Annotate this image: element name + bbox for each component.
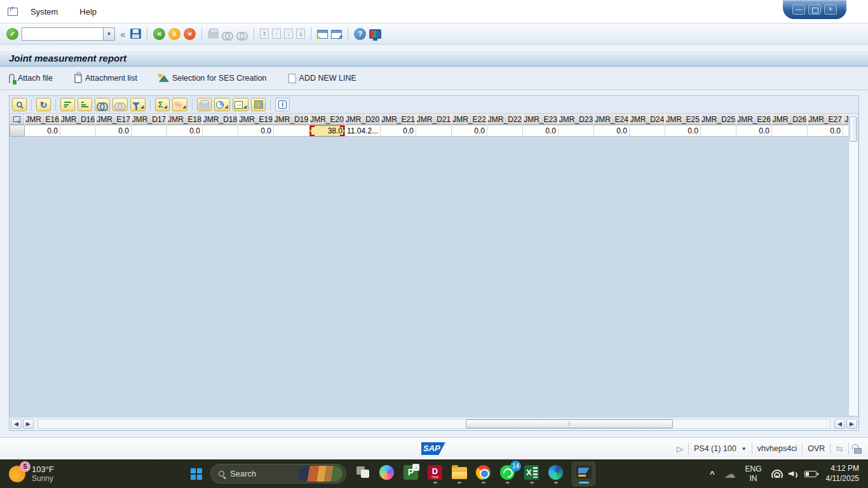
tray-chevron-icon[interactable]: ^ [710, 469, 715, 478]
details-button[interactable] [12, 98, 27, 111]
grid-cell[interactable]: 0.0 [736, 125, 772, 137]
enter-icon[interactable]: ✓ [6, 28, 18, 40]
column-header[interactable]: JMR_D16 [60, 114, 96, 125]
grid-cell[interactable]: 11.04.2... [345, 125, 381, 137]
scroll-right-icon[interactable]: ▶ [846, 419, 857, 429]
grid-cell[interactable] [416, 125, 452, 137]
grid-cell[interactable] [132, 125, 167, 137]
find-next-icon[interactable] [236, 32, 248, 39]
command-field[interactable] [22, 27, 103, 41]
column-header[interactable]: JMR_D18 [203, 114, 238, 125]
system-session-label[interactable]: PS4 (1) 100 [694, 444, 736, 453]
taskbar-item-file-explorer[interactable] [451, 464, 467, 484]
grid-cell[interactable]: 0.0 [594, 125, 630, 137]
grid-cell[interactable]: 0.0 [452, 125, 487, 137]
grid-cell[interactable] [60, 125, 96, 137]
minimize-button[interactable]: — [792, 4, 805, 15]
column-header[interactable]: JMR_D17 [132, 114, 167, 125]
grid-cell[interactable]: 0.0 [238, 125, 274, 137]
grid-cell-selected[interactable]: 38.0 [309, 125, 345, 137]
scroll-left-icon[interactable]: ◀ [834, 419, 845, 429]
select-all-cell[interactable] [10, 114, 25, 125]
sort-descending-button[interactable] [78, 98, 92, 111]
column-header[interactable]: JMR_D21 [416, 114, 452, 125]
print-button[interactable] [197, 98, 212, 111]
add-new-line-button[interactable]: ADD NEW LINE [288, 74, 356, 83]
grid-cell[interactable]: 0.0 [523, 125, 559, 137]
column-header[interactable]: JMR_D20 [345, 114, 381, 125]
info-button[interactable]: i [275, 98, 290, 111]
find-next-button[interactable] [112, 98, 128, 111]
language-indicator[interactable]: ENG IN [745, 464, 761, 484]
filter-button[interactable]: ◢ [130, 98, 146, 111]
create-shortcut-icon[interactable] [331, 30, 342, 39]
grid-cell[interactable] [701, 125, 736, 137]
grid-cell[interactable] [203, 125, 238, 137]
column-header[interactable]: JMR_E16 [25, 114, 60, 125]
scroll-left-icon[interactable]: ◀ [11, 419, 22, 429]
start-button[interactable] [191, 468, 202, 480]
page-down-icon[interactable]: ↓ [284, 29, 293, 39]
help-icon[interactable]: ? [354, 28, 366, 40]
horizontal-scrollbar[interactable] [37, 419, 831, 429]
column-header[interactable]: JMR_E18 [167, 114, 203, 125]
column-header[interactable]: JMR_E22 [452, 114, 487, 125]
column-header[interactable]: JMR_D22 [487, 114, 523, 125]
menu-system[interactable]: System [28, 6, 60, 18]
column-header[interactable]: JMR_E20 [309, 114, 345, 125]
sort-ascending-button[interactable] [60, 98, 75, 111]
taskbar-item-edge[interactable] [548, 464, 564, 484]
horizontal-scrollbar-thumb[interactable] [466, 419, 673, 428]
exit-icon[interactable]: ∧ [168, 28, 180, 40]
column-header[interactable]: JMR_D26 [772, 114, 808, 125]
customize-layout-icon[interactable] [369, 29, 381, 39]
grid-cell[interactable] [559, 125, 594, 137]
attachment-list-button[interactable]: Attachment list [74, 74, 137, 83]
collapse-toolbar-icon[interactable]: « [120, 29, 125, 39]
print-icon[interactable] [208, 30, 219, 39]
system-dropdown-icon[interactable]: ▼ [742, 446, 747, 452]
tray-status-icons[interactable] [771, 470, 817, 478]
column-header[interactable]: JMR_D19 [274, 114, 309, 125]
grid-cell[interactable]: 0.0 [167, 125, 203, 137]
column-header[interactable]: JMR_E19 [238, 114, 274, 125]
choose-layout-button[interactable] [251, 98, 266, 111]
column-header[interactable]: JMR_D24 [630, 114, 665, 125]
back-icon[interactable]: « [153, 28, 165, 40]
taskbar-item-excel[interactable]: X [524, 464, 539, 484]
taskbar-item-project[interactable]: P [403, 464, 419, 484]
attach-file-button[interactable]: Attach file [9, 74, 53, 83]
taskbar-item-task-view[interactable] [355, 464, 370, 484]
grid-cell[interactable]: 0.0 [381, 125, 416, 137]
find-icon[interactable] [222, 32, 233, 39]
grid-cell[interactable]: 0.0 [808, 125, 843, 137]
taskbar-item-whatsapp[interactable]: 14 [499, 464, 515, 484]
grid-cell[interactable] [487, 125, 523, 137]
restore-button[interactable] [808, 4, 821, 15]
row-selector[interactable] [10, 125, 25, 137]
search-box[interactable]: Search [210, 464, 346, 484]
column-header[interactable]: JMR_E23 [523, 114, 559, 125]
column-header[interactable]: JMR_E26 [736, 114, 772, 125]
grid-cell[interactable] [630, 125, 665, 137]
system-menu-icon[interactable] [8, 8, 18, 16]
vertical-scrollbar[interactable] [848, 115, 858, 416]
new-session-icon[interactable] [317, 30, 328, 39]
column-header[interactable]: JMR_E27 [808, 114, 843, 125]
vertical-scrollbar-thumb[interactable] [850, 116, 857, 142]
grid-cell[interactable] [274, 125, 309, 137]
weather-widget[interactable]: 5 103°F Sunny [0, 464, 191, 483]
column-header[interactable]: JMR_E25 [665, 114, 701, 125]
column-header[interactable]: JMR_D25 [701, 114, 736, 125]
grid-cell[interactable]: 0.0 [665, 125, 701, 137]
export-button[interactable]: ◢ [233, 98, 248, 111]
response-time-icon[interactable]: ⇆ [836, 444, 843, 454]
clock[interactable]: 4:12 PM 4/11/2025 [826, 464, 860, 484]
subtotal-button[interactable]: %◢ [172, 98, 187, 111]
ses-creation-button[interactable]: Selection for SES Creation [159, 74, 267, 83]
grid-cell[interactable]: 0.0 [96, 125, 132, 137]
taskbar-item-d-trw[interactable]: D [427, 464, 443, 484]
total-button[interactable]: Σ◢ [155, 98, 170, 111]
find-button[interactable] [95, 98, 110, 111]
command-field-dropdown-icon[interactable]: ▼ [103, 27, 115, 41]
